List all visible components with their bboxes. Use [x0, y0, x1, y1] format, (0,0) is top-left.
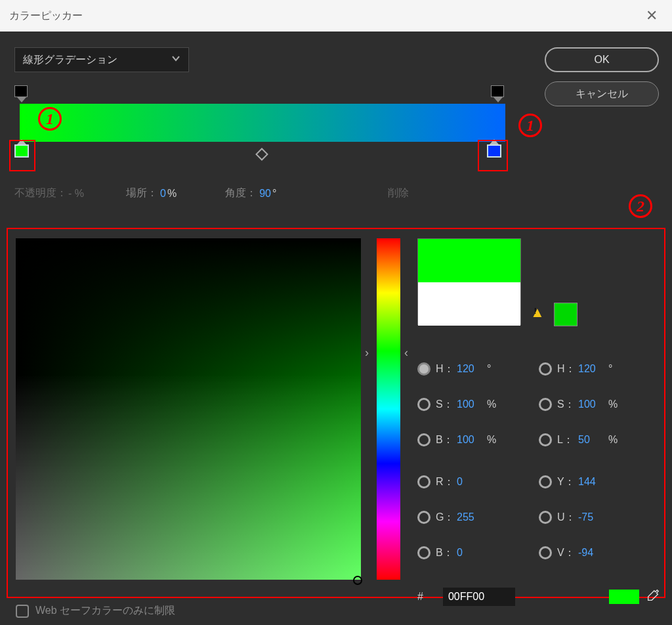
- opacity-stop-right[interactable]: [491, 85, 504, 97]
- label-b: B：: [436, 433, 457, 447]
- ok-button[interactable]: OK: [545, 47, 659, 72]
- color-picker-panel: › ‹ ▲! H： 120 ° H： 120 ° S：: [7, 228, 665, 598]
- arrow-left-icon[interactable]: ‹: [404, 346, 408, 360]
- radio-h[interactable]: [417, 362, 430, 376]
- websafe-checkbox-row[interactable]: Web セーフカラーのみに制限: [16, 604, 175, 618]
- color-swatch-compare: [417, 238, 521, 325]
- location-unit: %: [167, 188, 177, 200]
- old-color-swatch[interactable]: [418, 282, 520, 326]
- gamut-warning-swatch[interactable]: [554, 303, 578, 326]
- value-rgb-g[interactable]: 255: [457, 511, 484, 523]
- annotation-circle-1b: 1: [518, 114, 542, 137]
- value-rgb-r[interactable]: 0: [457, 476, 484, 488]
- hex-prefix: #: [417, 591, 423, 603]
- opacity-value: - %: [68, 188, 84, 200]
- radio-u[interactable]: [539, 511, 552, 524]
- radio-b2[interactable]: [417, 546, 430, 559]
- value-yuv-y[interactable]: 144: [578, 476, 606, 488]
- delete-button: 削除: [388, 186, 409, 200]
- gamut-warning-icon[interactable]: ▲!: [530, 304, 545, 321]
- close-icon[interactable]: ✕: [640, 7, 663, 24]
- gradient-type-label: 線形グラデーション: [23, 53, 117, 67]
- label-s2: S：: [557, 398, 578, 412]
- websafe-checkbox[interactable]: [16, 605, 29, 618]
- angle-unit: °: [272, 188, 276, 200]
- sv-cursor[interactable]: [353, 576, 362, 585]
- label-h2: H：: [557, 362, 578, 376]
- value-hsb-s[interactable]: 100: [457, 399, 484, 410]
- value-hsb-b[interactable]: 100: [457, 434, 484, 446]
- arrow-right-icon[interactable]: ›: [365, 346, 369, 360]
- radio-g[interactable]: [417, 511, 430, 524]
- midpoint-handle[interactable]: [255, 148, 268, 161]
- angle-value[interactable]: 90: [259, 188, 271, 200]
- radio-v[interactable]: [539, 546, 552, 559]
- gradient-controls: 不透明度： - % 場所： 0 % 角度： 90 ° 削除: [14, 186, 513, 200]
- label-l: L：: [557, 433, 578, 447]
- hex-swatch: [609, 590, 639, 604]
- radio-r[interactable]: [417, 475, 430, 488]
- label-r: R：: [436, 475, 457, 489]
- title-bar: カラーピッカー ✕: [0, 0, 672, 32]
- label-b2: B：: [436, 546, 457, 560]
- radio-h2[interactable]: [539, 362, 552, 376]
- value-rgb-b[interactable]: 0: [457, 547, 484, 559]
- window-title: カラーピッカー: [9, 9, 83, 23]
- opacity-stop-left[interactable]: [14, 85, 28, 97]
- label-s: S：: [436, 398, 457, 412]
- value-hsl-l[interactable]: 50: [578, 434, 606, 446]
- gradient-preview[interactable]: [20, 104, 505, 142]
- radio-s[interactable]: [417, 398, 430, 411]
- label-v: V：: [557, 546, 578, 560]
- color-stop-right[interactable]: [487, 146, 501, 160]
- color-stop-left[interactable]: [14, 146, 29, 160]
- value-yuv-v[interactable]: -94: [578, 547, 606, 559]
- value-hsl-h[interactable]: 120: [578, 363, 606, 375]
- opacity-label: 不透明度：: [14, 186, 67, 200]
- radio-y[interactable]: [539, 475, 552, 488]
- label-u: U：: [557, 511, 578, 525]
- radio-b[interactable]: [417, 433, 430, 446]
- label-y: Y：: [557, 475, 578, 489]
- label-h: H：: [436, 362, 457, 376]
- hue-slider[interactable]: [377, 238, 400, 580]
- value-yuv-u[interactable]: -75: [578, 511, 606, 523]
- new-color-swatch[interactable]: [418, 239, 520, 282]
- radio-l[interactable]: [539, 433, 552, 446]
- value-hsl-s[interactable]: 100: [578, 399, 606, 410]
- websafe-label: Web セーフカラーのみに制限: [35, 604, 175, 618]
- eyedropper-icon[interactable]: [646, 588, 660, 606]
- location-label: 場所：: [126, 186, 158, 200]
- value-hsb-h[interactable]: 120: [457, 363, 484, 375]
- annotation-circle-2: 2: [629, 194, 652, 218]
- chevron-down-icon: [171, 54, 180, 66]
- label-g: G：: [436, 511, 457, 525]
- saturation-value-field[interactable]: [16, 238, 361, 580]
- cancel-button[interactable]: キャンセル: [545, 81, 659, 106]
- angle-label: 角度：: [225, 186, 257, 200]
- location-value[interactable]: 0: [160, 188, 166, 200]
- radio-s2[interactable]: [539, 398, 552, 411]
- gradient-type-select[interactable]: 線形グラデーション: [14, 47, 189, 72]
- hex-input[interactable]: [443, 588, 515, 606]
